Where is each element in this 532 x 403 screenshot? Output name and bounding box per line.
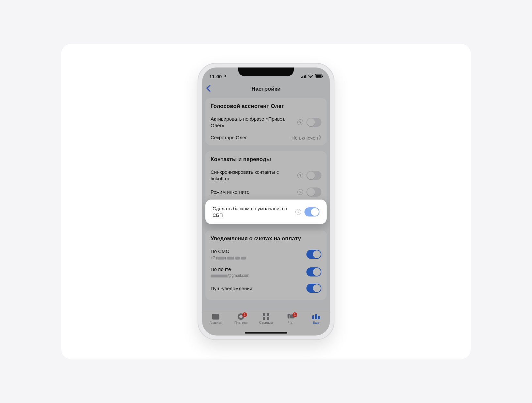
- section-title-notifications: Уведомления о счетах на оплату: [211, 235, 321, 242]
- svg-rect-0: [301, 77, 302, 78]
- section-voice-assistant: Голосовой ассистент Олег Активировать по…: [205, 98, 327, 145]
- row-sbp-default: Сделать банком по умолчанию в СБП ?: [205, 200, 327, 224]
- row-email: По почте @gmail.com: [211, 263, 321, 281]
- tab-label: Сервисы: [259, 321, 273, 324]
- svg-rect-5: [316, 75, 321, 78]
- toggle-sbp-default[interactable]: [304, 207, 319, 216]
- row-label: Пуш-уведомления: [211, 285, 304, 292]
- svg-rect-8: [212, 314, 218, 315]
- row-label: Активировать по фразе «Привет, Олег»: [211, 116, 295, 128]
- help-icon[interactable]: ?: [297, 189, 303, 195]
- badge: 1: [292, 312, 297, 317]
- status-time: 11:00: [209, 74, 222, 79]
- wallet-icon: [212, 313, 220, 320]
- row-secretary[interactable]: Секретарь Олег Не включен: [211, 131, 321, 141]
- row-label: Секретарь Олег: [211, 134, 289, 141]
- svg-rect-18: [315, 314, 317, 319]
- row-label: По почте: [211, 266, 304, 273]
- email-address: @gmail.com: [211, 273, 304, 278]
- section-notifications: Уведомления о счетах на оплату По СМС +7…: [205, 231, 327, 300]
- nav-bar: Настройки: [202, 82, 330, 96]
- chevron-right-icon: [319, 135, 321, 141]
- location-icon: [223, 74, 227, 79]
- svg-rect-6: [322, 76, 323, 77]
- help-icon[interactable]: ?: [297, 172, 303, 178]
- page-title: Настройки: [202, 86, 330, 92]
- toggle-push[interactable]: [306, 284, 321, 293]
- section-title-contacts: Контакты и переводы: [211, 156, 321, 163]
- home-indicator[interactable]: [245, 332, 287, 334]
- tab-label: Чат: [288, 321, 294, 324]
- svg-rect-17: [312, 315, 314, 319]
- sms-number: +7 () --: [211, 256, 304, 260]
- more-icon: [312, 313, 320, 320]
- toggle-sms[interactable]: [306, 250, 321, 259]
- svg-rect-1: [303, 76, 303, 78]
- toggle-activate-phrase[interactable]: [306, 118, 321, 127]
- toggle-email[interactable]: [306, 267, 321, 276]
- svg-rect-2: [304, 75, 305, 78]
- svg-rect-14: [267, 317, 269, 320]
- notch: [238, 67, 294, 76]
- battery-icon: [315, 74, 323, 78]
- highlighted-sbp-wrapper: Сделать банком по умолчанию в СБП ?: [205, 200, 327, 224]
- phone-screen: 11:00: [202, 67, 330, 336]
- svg-rect-12: [267, 313, 269, 316]
- svg-rect-19: [318, 316, 320, 319]
- row-label: Сделать банком по умолчанию в СБП: [213, 205, 293, 218]
- section-title-assistant: Голосовой ассистент Олег: [211, 103, 321, 110]
- toggle-incognito[interactable]: [306, 187, 321, 197]
- row-label: Режим инкогнито: [211, 189, 295, 195]
- wifi-icon: [308, 75, 313, 78]
- tab-label: Еще: [313, 321, 319, 324]
- row-sync-contacts: Синхронизировать контакты с tinkoff.ru ?: [211, 166, 321, 185]
- toggle-sync-contacts[interactable]: [306, 171, 321, 180]
- tab-label: Платежи: [234, 321, 248, 324]
- row-label: Синхронизировать контакты с tinkoff.ru: [211, 169, 295, 182]
- tab-home[interactable]: Главная: [204, 313, 227, 336]
- row-incognito: Режим инкогнито ?: [211, 185, 321, 200]
- tab-more[interactable]: Еще: [305, 313, 328, 336]
- svg-rect-3: [305, 75, 306, 78]
- phone-mockup: 11:00: [198, 63, 334, 340]
- row-push: Пуш-уведомления: [211, 281, 321, 296]
- svg-rect-13: [263, 317, 265, 320]
- tab-label: Главная: [210, 321, 222, 324]
- row-label: По СМС: [211, 248, 304, 255]
- section-contacts: Контакты и переводы Синхронизировать кон…: [205, 151, 327, 224]
- help-icon[interactable]: ?: [297, 119, 303, 125]
- settings-content: Голосовой ассистент Олег Активировать по…: [202, 96, 330, 300]
- grid-icon: [262, 313, 270, 320]
- card-container: 11:00: [61, 44, 471, 359]
- signal-icon: [301, 75, 306, 78]
- row-activate-phrase: Активировать по фразе «Привет, Олег» ?: [211, 113, 321, 131]
- row-sms: По СМС +7 () --: [211, 245, 321, 263]
- help-icon[interactable]: ?: [295, 209, 301, 215]
- secretary-value: Не включен: [291, 135, 318, 141]
- svg-rect-11: [263, 313, 265, 316]
- badge: 1: [242, 312, 247, 317]
